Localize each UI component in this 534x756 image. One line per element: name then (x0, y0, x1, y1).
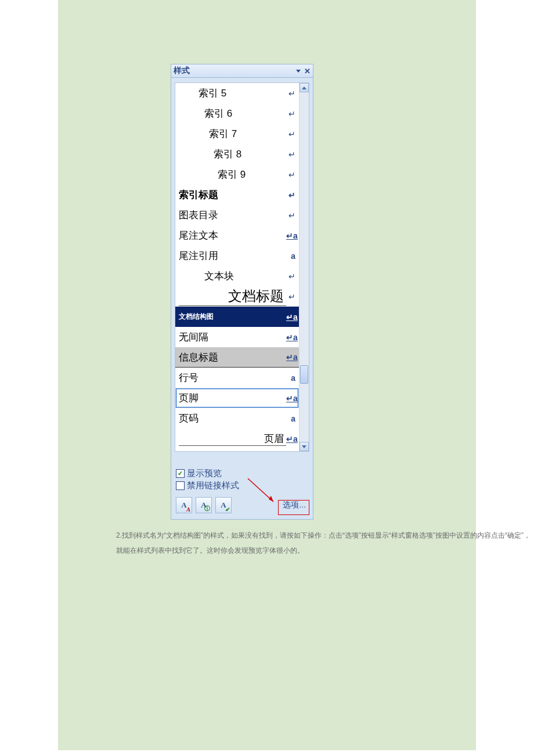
style-label: 页码 (179, 412, 286, 425)
show-preview-checkbox[interactable]: ✓ 显示预览 (176, 468, 308, 479)
style-label: 索引 7 (209, 127, 286, 141)
style-label: 文档标题 (179, 287, 286, 306)
panel-header: 样式 ✕ (171, 64, 313, 78)
style-item[interactable]: 索引 7↵ (175, 124, 299, 144)
scroll-up-button[interactable] (300, 83, 309, 92)
style-item[interactable]: 索引标题↵ (175, 185, 299, 205)
style-label: 行号 (179, 371, 286, 384)
style-item[interactable]: 无间隔↵a (175, 327, 299, 347)
style-label: 索引标题 (179, 188, 286, 201)
character-style-icon: a (286, 373, 295, 383)
style-label: 索引 6 (204, 107, 286, 120)
style-inspector-button[interactable]: A ⓘ (196, 497, 212, 513)
scrollbar[interactable] (299, 83, 309, 451)
show-preview-label: 显示预览 (187, 468, 222, 479)
style-item[interactable]: 索引 6↵ (175, 103, 299, 124)
checkbox-icon (176, 481, 185, 490)
style-item[interactable]: 行号a (175, 368, 299, 388)
linked-style-icon: ↵a (286, 333, 295, 342)
subscript-a-icon: A (186, 506, 190, 513)
style-label: 尾注引用 (179, 249, 286, 262)
style-item[interactable]: 尾注引用a (175, 246, 299, 266)
panel-dropdown-icon[interactable] (296, 70, 301, 73)
scroll-thumb[interactable] (300, 365, 308, 384)
chevron-up-icon (302, 87, 306, 89)
style-label: 索引 5 (199, 87, 286, 100)
style-item[interactable]: 页脚↵a (175, 388, 299, 408)
panel-footer: ✓ 显示预览 禁用链接样式 A A A ⓘ (171, 452, 313, 519)
linked-style-icon: ↵a (286, 352, 295, 362)
instruction-text: 2.找到样式名为“文档结构图”的样式，如果没有找到，请按如下操作：点击“选项”按… (116, 528, 534, 559)
style-item[interactable]: 索引 5↵ (175, 83, 299, 103)
scroll-down-button[interactable] (300, 442, 309, 451)
close-icon[interactable]: ✕ (304, 67, 311, 75)
paragraph-mark-icon: ↵ (286, 292, 295, 301)
linked-style-icon: ↵a (286, 312, 295, 322)
chevron-down-icon (302, 445, 306, 448)
style-label: 信息标题 (179, 351, 286, 364)
scroll-track[interactable] (300, 92, 309, 442)
style-label: 图表目录 (179, 208, 286, 222)
style-item[interactable]: 文档标题↵ (175, 286, 299, 307)
check-icon: ✔ (225, 506, 230, 513)
options-button[interactable]: 选项... (280, 499, 308, 512)
paragraph-mark-icon: ↵ (286, 150, 295, 159)
paragraph-mark-icon: ↵ (286, 211, 295, 220)
style-label: 无间隔 (179, 330, 286, 344)
style-item[interactable]: 页眉↵a (175, 429, 299, 449)
paragraph-mark-icon: ↵ (286, 170, 295, 179)
style-label: 索引 8 (214, 147, 286, 161)
style-label: 页脚 (179, 391, 286, 405)
linked-style-icon: ↵a (286, 434, 295, 444)
paragraph-mark-icon: ↵ (286, 89, 295, 98)
disable-linked-label: 禁用链接样式 (187, 480, 239, 491)
linked-style-icon: ↵a (286, 394, 295, 403)
style-item[interactable]: 尾注文本↵a (175, 225, 299, 246)
style-item[interactable]: 索引 9↵ (175, 164, 299, 185)
character-style-icon: a (286, 414, 295, 423)
style-list: 索引 5↵索引 6↵索引 7↵索引 8↵索引 9↵索引标题↵图表目录↵尾注文本↵… (175, 82, 309, 452)
panel-title: 样式 (174, 66, 296, 76)
style-label: 文本块 (204, 269, 286, 283)
style-label: 索引 9 (218, 168, 286, 181)
style-item[interactable]: 文档结构图↵a (175, 307, 299, 327)
style-item[interactable]: 索引 8↵ (175, 144, 299, 164)
paragraph-mark-icon: ↵ (286, 109, 295, 118)
checkbox-icon: ✓ (176, 469, 185, 478)
paragraph-mark-icon: ↵ (286, 190, 295, 200)
paragraph-mark-icon: ↵ (286, 129, 295, 139)
manage-styles-button[interactable]: A ✔ (215, 497, 232, 513)
style-item[interactable]: 图表目录↵ (175, 205, 299, 225)
style-label: 尾注文本 (179, 229, 286, 242)
magnifier-icon: ⓘ (204, 505, 210, 513)
style-item[interactable]: 文本块↵ (175, 266, 299, 286)
linked-style-icon: ↵a (286, 231, 295, 240)
character-style-icon: a (286, 251, 295, 261)
new-style-button[interactable]: A A (176, 497, 192, 513)
paragraph-mark-icon: ↵ (286, 272, 295, 281)
styles-panel: 样式 ✕ 索引 5↵索引 6↵索引 7↵索引 8↵索引 9↵索引标题↵图表目录↵… (171, 64, 313, 520)
style-item[interactable]: 信息标题↵a (175, 347, 299, 368)
style-item[interactable]: 页码a (175, 408, 299, 429)
disable-linked-styles-checkbox[interactable]: 禁用链接样式 (176, 480, 308, 491)
style-label: 文档结构图 (179, 312, 286, 322)
style-label: 页眉 (179, 432, 286, 446)
